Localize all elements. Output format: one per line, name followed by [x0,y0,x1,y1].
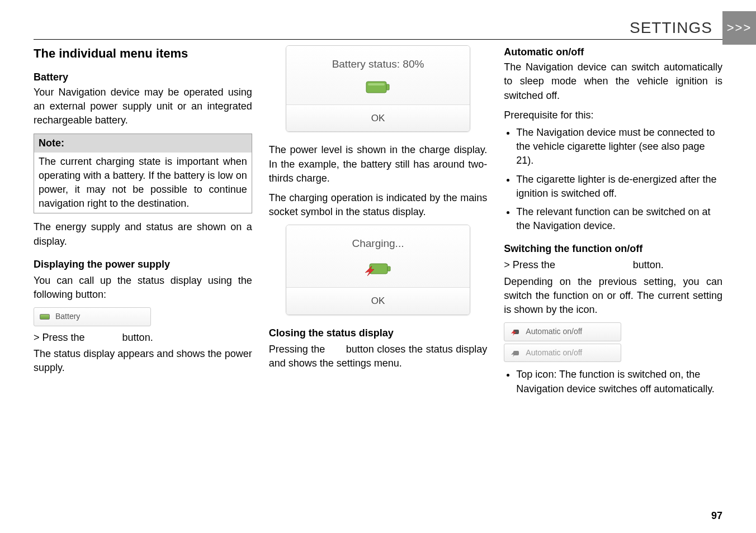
list-item: The cigarette lighter is de-energized af… [516,173,722,201]
charging-title: Charging... [292,236,464,251]
switching-function-heading: Switching the function on/off [504,242,722,256]
automatic-onoff-label: Automatic on/off [526,326,582,337]
status-display-text: The status display appears and shows the… [34,347,252,375]
prerequisite-list: The Navigation device must be connected … [504,126,722,233]
closing-status-text: Pressing the OK button closes the status… [269,342,488,370]
closing-status-heading: Closing the status display [269,326,488,340]
automatic-onoff-button-on[interactable]: Automatic on/off [504,322,621,341]
automatic-onoff-label: Automatic on/off [526,348,582,359]
battery-icon [292,80,464,94]
battery-status-dialog: Battery status: 80% OK [286,45,470,132]
icon-explanation-list: Top icon: The function is switched on, t… [504,368,722,396]
battery-charging-icon [292,259,464,277]
note-body: The current charging state is important … [34,153,252,213]
ok-button[interactable]: OK [286,105,470,132]
note-label: Note: [34,134,252,153]
ok-button[interactable]: OK [286,288,470,315]
displaying-power-text: You can call up the status display using… [34,274,252,302]
svg-rect-1 [386,84,389,90]
battery-button-label: Battery [55,311,80,322]
automatic-onoff-heading: Automatic on/off [504,45,722,59]
plug-on-icon [510,328,520,336]
page-header-title: SETTINGS [630,19,712,37]
list-item: The relevant function can be switched on… [516,205,722,233]
svg-rect-3 [370,264,388,274]
battery-description: Your Navigation device may be operated u… [34,85,252,128]
battery-heading: Battery [34,70,252,84]
battery-status-title: Battery status: 80% [292,57,464,72]
chevron-right-icon: >>> [722,11,756,45]
power-level-text: The power level is shown in the charge d… [269,143,488,185]
displaying-power-heading: Displaying the power supply [34,258,252,272]
charging-dialog: Charging... OK [286,225,470,315]
automatic-onoff-button-off[interactable]: Automatic on/off [504,344,621,363]
section-title: The individual menu items [34,45,252,63]
battery-button[interactable]: Battery [34,307,151,326]
energy-supply-text: The energy supply and status are shown o… [34,220,252,248]
svg-rect-4 [388,266,390,271]
automatic-onoff-text: The Navigation device can switch automat… [504,60,722,103]
prerequisite-label: Prerequisite for this: [504,108,722,122]
press-auto-instruction: > Press the Automatic on/off button. [504,258,722,272]
page-number: 97 [711,510,722,522]
plug-off-icon [510,349,520,357]
depending-setting-text: Depending on the previous setting, you c… [504,275,722,317]
svg-rect-2 [368,83,385,85]
list-item: Top icon: The function is switched on, t… [516,368,722,396]
note-box: Note: The current charging state is impo… [34,134,252,214]
charging-indicator-text: The charging operation is indicated by t… [269,191,488,219]
list-item: The Navigation device must be connected … [516,126,722,168]
press-battery-instruction: > Press the Battery button. [34,331,252,345]
battery-icon [40,314,50,320]
